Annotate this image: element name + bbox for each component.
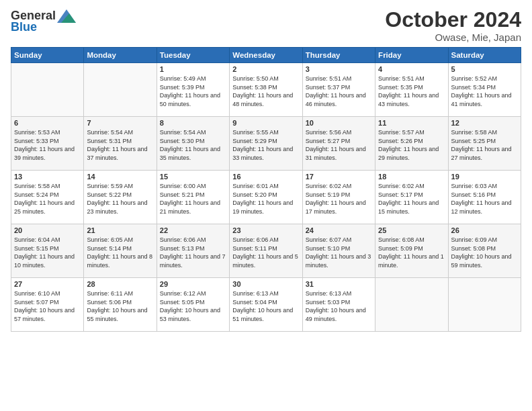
calendar-cell: 18Sunrise: 6:02 AMSunset: 5:17 PMDayligh… [375,171,448,224]
day-number: 10 [306,119,372,127]
day-info: Sunrise: 5:51 AMSunset: 5:37 PMDaylight:… [306,75,366,107]
day-info: Sunrise: 5:51 AMSunset: 5:35 PMDaylight:… [378,75,439,107]
day-info: Sunrise: 6:03 AMSunset: 5:16 PMDaylight:… [451,183,512,215]
calendar-cell: 19Sunrise: 6:03 AMSunset: 5:16 PMDayligh… [448,171,521,224]
day-number: 23 [232,226,299,234]
calendar-week-3: 20Sunrise: 6:04 AMSunset: 5:15 PMDayligh… [11,224,521,278]
day-info: Sunrise: 6:07 AMSunset: 5:10 PMDaylight:… [306,236,371,269]
logo-icon [57,8,76,23]
day-number: 2 [232,65,299,73]
day-number: 27 [14,280,81,288]
weekday-header-sunday: Sunday [11,48,84,63]
day-info: Sunrise: 5:57 AMSunset: 5:26 PMDaylight:… [378,129,439,161]
weekday-header-monday: Monday [84,48,157,63]
calendar-cell: 13Sunrise: 5:58 AMSunset: 5:24 PMDayligh… [11,171,84,224]
calendar-cell: 8Sunrise: 5:54 AMSunset: 5:30 PMDaylight… [157,117,229,171]
weekday-header-thursday: Thursday [302,48,375,63]
day-info: Sunrise: 5:58 AMSunset: 5:24 PMDaylight:… [14,183,75,215]
calendar-cell: 25Sunrise: 6:08 AMSunset: 5:09 PMDayligh… [375,224,448,278]
day-number: 31 [306,280,372,288]
calendar-cell: 5Sunrise: 5:52 AMSunset: 5:34 PMDaylight… [448,63,521,117]
calendar-cell: 1Sunrise: 5:49 AMSunset: 5:39 PMDaylight… [157,63,229,117]
day-info: Sunrise: 5:52 AMSunset: 5:34 PMDaylight:… [451,75,512,107]
day-number: 21 [87,226,153,234]
day-info: Sunrise: 6:10 AMSunset: 5:07 PMDaylight:… [14,290,75,322]
month-title: October 2024 [385,8,521,32]
calendar-week-4: 27Sunrise: 6:10 AMSunset: 5:07 PMDayligh… [11,278,521,332]
day-number: 16 [232,173,299,181]
day-info: Sunrise: 5:50 AMSunset: 5:38 PMDaylight:… [232,75,293,107]
calendar-cell: 15Sunrise: 6:00 AMSunset: 5:21 PMDayligh… [157,171,229,224]
logo: General Blue [11,8,76,34]
day-info: Sunrise: 6:00 AMSunset: 5:21 PMDaylight:… [160,183,220,215]
day-info: Sunrise: 6:11 AMSunset: 5:06 PMDaylight:… [87,290,147,322]
calendar-cell: 3Sunrise: 5:51 AMSunset: 5:37 PMDaylight… [302,63,375,117]
calendar-table: SundayMondayTuesdayWednesdayThursdayFrid… [11,47,521,332]
calendar-week-1: 6Sunrise: 5:53 AMSunset: 5:33 PMDaylight… [11,117,521,171]
day-number: 18 [378,173,445,181]
day-info: Sunrise: 6:02 AMSunset: 5:19 PMDaylight:… [306,183,366,215]
calendar-cell: 30Sunrise: 6:13 AMSunset: 5:04 PMDayligh… [230,278,302,332]
day-number: 28 [87,280,153,288]
calendar-cell: 29Sunrise: 6:12 AMSunset: 5:05 PMDayligh… [157,278,229,332]
day-number: 22 [160,226,226,234]
day-info: Sunrise: 6:08 AMSunset: 5:09 PMDaylight:… [378,236,444,269]
day-number: 26 [451,226,518,234]
day-info: Sunrise: 6:09 AMSunset: 5:08 PMDaylight:… [451,236,512,269]
day-info: Sunrise: 5:49 AMSunset: 5:39 PMDaylight:… [160,75,220,107]
calendar-cell: 24Sunrise: 6:07 AMSunset: 5:10 PMDayligh… [302,224,375,278]
day-info: Sunrise: 5:54 AMSunset: 5:31 PMDaylight:… [87,129,147,161]
calendar-cell: 17Sunrise: 6:02 AMSunset: 5:19 PMDayligh… [302,171,375,224]
day-info: Sunrise: 5:54 AMSunset: 5:30 PMDaylight:… [160,129,220,161]
day-info: Sunrise: 6:06 AMSunset: 5:13 PMDaylight:… [160,236,226,269]
day-number: 4 [378,65,445,73]
calendar-cell: 2Sunrise: 5:50 AMSunset: 5:38 PMDaylight… [230,63,302,117]
calendar-cell: 21Sunrise: 6:05 AMSunset: 5:14 PMDayligh… [84,224,157,278]
day-number: 25 [378,226,445,234]
day-number: 7 [87,119,153,127]
calendar-cell: 28Sunrise: 6:11 AMSunset: 5:06 PMDayligh… [84,278,157,332]
day-info: Sunrise: 5:56 AMSunset: 5:27 PMDaylight:… [306,129,366,161]
calendar-cell: 10Sunrise: 5:56 AMSunset: 5:27 PMDayligh… [302,117,375,171]
calendar-cell: 12Sunrise: 5:58 AMSunset: 5:25 PMDayligh… [448,117,521,171]
day-number: 11 [378,119,445,127]
day-number: 17 [306,173,372,181]
calendar-cell [375,278,448,332]
day-info: Sunrise: 5:55 AMSunset: 5:29 PMDaylight:… [232,129,293,161]
calendar-week-2: 13Sunrise: 5:58 AMSunset: 5:24 PMDayligh… [11,171,521,224]
day-number: 19 [451,173,518,181]
calendar-cell: 11Sunrise: 5:57 AMSunset: 5:26 PMDayligh… [375,117,448,171]
day-info: Sunrise: 5:53 AMSunset: 5:33 PMDaylight:… [14,129,75,161]
calendar-cell: 26Sunrise: 6:09 AMSunset: 5:08 PMDayligh… [448,224,521,278]
calendar-cell: 7Sunrise: 5:54 AMSunset: 5:31 PMDaylight… [84,117,157,171]
day-number: 20 [14,226,81,234]
calendar-cell: 6Sunrise: 5:53 AMSunset: 5:33 PMDaylight… [11,117,84,171]
day-info: Sunrise: 5:58 AMSunset: 5:25 PMDaylight:… [451,129,512,161]
calendar-cell: 27Sunrise: 6:10 AMSunset: 5:07 PMDayligh… [11,278,84,332]
title-block: October 2024 Owase, Mie, Japan [385,8,521,43]
calendar-cell: 22Sunrise: 6:06 AMSunset: 5:13 PMDayligh… [157,224,229,278]
location: Owase, Mie, Japan [385,32,521,43]
day-number: 29 [160,280,226,288]
day-number: 15 [160,173,226,181]
day-info: Sunrise: 6:04 AMSunset: 5:15 PMDaylight:… [14,236,75,269]
day-info: Sunrise: 5:59 AMSunset: 5:22 PMDaylight:… [87,183,147,215]
day-number: 5 [451,65,518,73]
calendar-cell: 31Sunrise: 6:13 AMSunset: 5:03 PMDayligh… [302,278,375,332]
calendar-cell [11,63,84,117]
day-info: Sunrise: 6:12 AMSunset: 5:05 PMDaylight:… [160,290,220,322]
day-info: Sunrise: 6:13 AMSunset: 5:04 PMDaylight:… [232,290,293,322]
day-number: 1 [160,65,226,73]
day-number: 12 [451,119,518,127]
calendar-week-0: 1Sunrise: 5:49 AMSunset: 5:39 PMDaylight… [11,63,521,117]
calendar-cell [448,278,521,332]
day-number: 6 [14,119,81,127]
day-number: 9 [232,119,299,127]
day-number: 24 [306,226,372,234]
calendar-cell: 16Sunrise: 6:01 AMSunset: 5:20 PMDayligh… [230,171,302,224]
calendar-cell: 23Sunrise: 6:06 AMSunset: 5:11 PMDayligh… [230,224,302,278]
day-info: Sunrise: 6:05 AMSunset: 5:14 PMDaylight:… [87,236,152,269]
day-info: Sunrise: 6:06 AMSunset: 5:11 PMDaylight:… [232,236,298,269]
day-number: 3 [306,65,372,73]
day-info: Sunrise: 6:02 AMSunset: 5:17 PMDaylight:… [378,183,439,215]
